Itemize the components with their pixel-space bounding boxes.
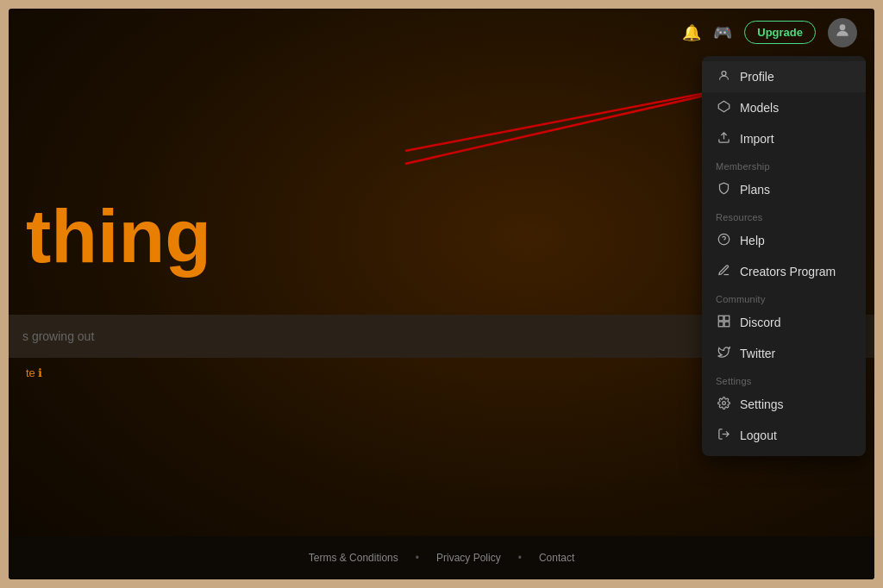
bell-icon[interactable]: 🔔 [682, 23, 701, 42]
upgrade-button[interactable]: Upgrade [744, 21, 816, 44]
footer: Terms & Conditions • Privacy Policy • Co… [9, 536, 874, 579]
help-label: Help [740, 234, 765, 247]
settings-section: Settings [702, 369, 866, 389]
dropdown-item-plans[interactable]: Plans [702, 174, 866, 205]
import-icon [716, 131, 731, 147]
contact-link[interactable]: Contact [539, 552, 574, 564]
controller-icon[interactable]: 🎮 [713, 23, 732, 42]
plans-label: Plans [740, 183, 770, 197]
dropdown-item-creators-program[interactable]: Creators Program [702, 256, 866, 287]
svg-rect-11 [718, 322, 723, 327]
dropdown-item-models[interactable]: Models [702, 92, 866, 123]
creators-icon [716, 264, 731, 279]
creators-program-label: Creators Program [740, 265, 836, 278]
settings-icon [716, 397, 731, 412]
hero-text: thing [26, 198, 211, 274]
screen: 🔔 🎮 Upgrade thing s growing out [9, 9, 874, 579]
dropdown-item-profile[interactable]: Profile [702, 61, 866, 92]
dot-1: • [416, 552, 419, 564]
terms-link[interactable]: Terms & Conditions [309, 552, 398, 564]
info-icon: ℹ [38, 366, 42, 379]
avatar-icon [834, 22, 851, 43]
logout-label: Logout [740, 428, 777, 442]
community-section: Community [702, 287, 866, 307]
resources-section: Resources [702, 205, 866, 225]
svg-point-4 [722, 72, 726, 76]
import-label: Import [740, 132, 774, 146]
dropdown-menu: Profile Models Import Membership [702, 56, 866, 456]
membership-section: Membership [702, 154, 866, 174]
plans-icon [716, 182, 731, 197]
dropdown-item-logout[interactable]: Logout [702, 420, 866, 451]
twitter-label: Twitter [740, 347, 775, 360]
svg-rect-10 [724, 316, 730, 321]
dropdown-item-settings[interactable]: Settings [702, 389, 866, 420]
settings-label: Settings [740, 397, 784, 411]
dropdown-item-import[interactable]: Import [702, 123, 866, 154]
dot-2: • [518, 552, 522, 564]
svg-rect-9 [718, 316, 723, 321]
logout-icon [716, 428, 731, 443]
profile-label: Profile [740, 70, 774, 84]
privacy-link[interactable]: Privacy Policy [436, 552, 501, 564]
models-label: Models [740, 101, 779, 115]
dropdown-item-twitter[interactable]: Twitter [702, 338, 866, 369]
svg-point-13 [722, 402, 725, 405]
svg-rect-12 [724, 322, 730, 327]
header: 🔔 🎮 Upgrade [9, 9, 874, 56]
dropdown-item-discord[interactable]: Discord [702, 307, 866, 338]
avatar-button[interactable] [828, 18, 857, 47]
models-icon [716, 100, 731, 116]
search-placeholder: s growing out [22, 329, 814, 343]
svg-marker-5 [718, 101, 730, 112]
profile-icon [716, 69, 731, 84]
discord-icon [716, 315, 731, 330]
twitter-icon [716, 346, 731, 361]
info-text: te ℹ [26, 366, 42, 379]
help-icon [716, 233, 731, 248]
dropdown-item-help[interactable]: Help [702, 225, 866, 256]
svg-point-0 [840, 24, 846, 30]
discord-label: Discord [740, 316, 780, 329]
